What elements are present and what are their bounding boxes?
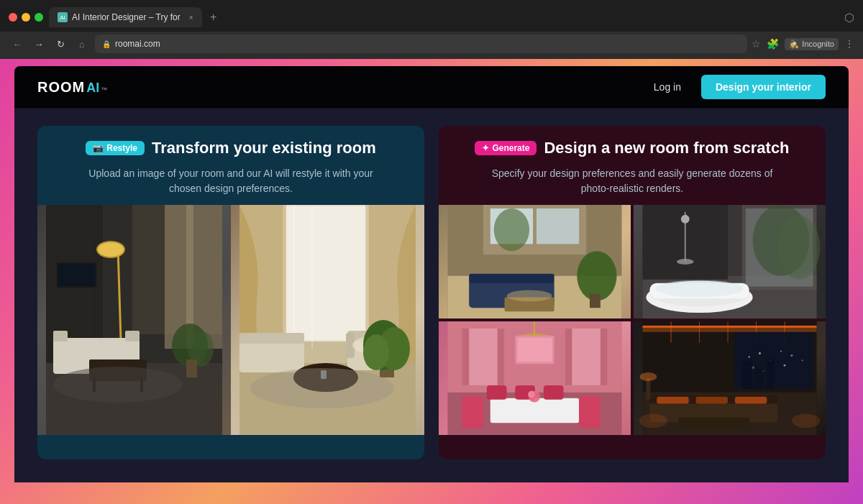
svg-rect-88 (544, 385, 564, 400)
incognito-label: Incognito (802, 40, 834, 48)
svg-point-41 (363, 334, 389, 370)
svg-point-72 (677, 259, 694, 265)
generate-card-header: ✦ Generate Design a new room from scratc… (439, 126, 826, 205)
svg-point-126 (640, 372, 657, 381)
svg-rect-43 (239, 333, 304, 344)
svg-rect-29 (293, 205, 295, 349)
svg-rect-116 (767, 357, 774, 388)
login-button[interactable]: Log in (642, 75, 693, 98)
generate-card[interactable]: ✦ Generate Design a new room from scratc… (439, 126, 826, 459)
svg-rect-93 (517, 338, 552, 362)
bookmark-icon[interactable]: ☆ (752, 38, 761, 50)
svg-rect-14 (125, 331, 140, 342)
traffic-lights (9, 13, 43, 22)
generate-title: Design a new room from scratch (544, 139, 789, 157)
sparkles-icon: ✦ (482, 143, 489, 153)
svg-point-71 (681, 215, 690, 224)
minimize-window-button[interactable] (22, 13, 30, 22)
incognito-icon: 🕵 (789, 40, 799, 49)
gen-image-1 (439, 205, 631, 319)
svg-rect-89 (579, 396, 601, 428)
svg-point-64 (777, 216, 820, 280)
svg-rect-51 (536, 209, 579, 244)
svg-point-110 (802, 359, 803, 361)
generate-images (439, 205, 826, 435)
svg-rect-79 (498, 329, 505, 385)
svg-rect-28 (284, 206, 367, 340)
design-button[interactable]: Design your interior (701, 75, 826, 99)
svg-point-113 (784, 365, 786, 367)
restyle-before-image (37, 205, 231, 435)
svg-point-55 (506, 290, 552, 302)
svg-point-91 (528, 391, 535, 398)
svg-point-58 (494, 209, 529, 251)
generate-badge: ✦ Generate (475, 141, 536, 155)
active-tab[interactable]: AI AI Interior Designer – Try for × (49, 7, 202, 27)
svg-rect-86 (487, 385, 507, 400)
svg-point-106 (759, 352, 761, 354)
svg-point-108 (780, 350, 782, 352)
svg-rect-81 (601, 329, 608, 385)
toolbar-right: ☆ 🧩 🕵 Incognito ⋮ (752, 38, 854, 50)
svg-rect-80 (565, 329, 572, 385)
svg-rect-57 (590, 293, 601, 308)
restyle-subtitle: Upload an image of your room and our AI … (80, 166, 382, 196)
svg-rect-114 (742, 360, 753, 389)
svg-rect-85 (462, 396, 483, 428)
logo-tm: ™ (101, 86, 107, 93)
main-content: 📷 Restyle Transform your existing room U… (14, 109, 849, 482)
restyle-card[interactable]: 📷 Restyle Transform your existing room U… (37, 126, 424, 459)
tab-bar: AI AI Interior Designer – Try for × + (49, 7, 719, 27)
svg-point-124 (792, 413, 821, 428)
svg-rect-13 (53, 331, 68, 342)
home-button[interactable]: ⌂ (73, 35, 91, 52)
generate-subtitle: Specify your design preferences and easi… (481, 166, 783, 196)
restyle-title: Transform your existing room (152, 139, 376, 157)
refresh-button[interactable]: ↻ (52, 35, 69, 52)
extensions-icon[interactable]: 🧩 (767, 38, 779, 50)
tab-label: AI Interior Designer – Try for (72, 12, 181, 22)
svg-point-123 (639, 413, 668, 428)
url-display: roomai.com (115, 39, 160, 49)
address-input[interactable]: 🔒 roomai.com (95, 35, 747, 53)
window-controls-icon: ⬡ (844, 11, 854, 24)
svg-point-109 (790, 354, 793, 357)
svg-rect-53 (469, 274, 554, 283)
camera-icon: 📷 (93, 143, 104, 153)
back-button[interactable]: ← (9, 35, 26, 52)
svg-rect-115 (755, 367, 764, 389)
forward-button[interactable]: → (30, 35, 47, 52)
svg-rect-125 (646, 378, 650, 400)
close-window-button[interactable] (9, 13, 17, 22)
svg-point-56 (577, 251, 616, 301)
navbar-actions: Log in Design your interior (642, 75, 826, 99)
new-tab-button[interactable]: + (205, 9, 222, 26)
restyle-card-header: 📷 Restyle Transform your existing room U… (37, 126, 424, 205)
maximize-window-button[interactable] (35, 13, 43, 22)
logo-room: ROOM (37, 79, 85, 96)
menu-icon[interactable]: ⋮ (844, 38, 854, 50)
gen-image-2 (634, 205, 826, 319)
svg-rect-122 (678, 417, 749, 428)
svg-rect-20 (58, 264, 95, 286)
svg-rect-23 (186, 359, 197, 377)
svg-point-68 (655, 280, 743, 298)
tab-favicon: AI (58, 12, 68, 22)
svg-point-18 (53, 367, 183, 403)
restyle-badge: 📷 Restyle (86, 141, 145, 155)
incognito-badge: 🕵 Incognito (785, 38, 839, 50)
svg-rect-119 (657, 397, 688, 404)
svg-rect-30 (311, 205, 313, 349)
generate-badge-label: Generate (492, 143, 529, 153)
restyle-badge-row: 📷 Restyle Transform your existing room (86, 139, 375, 157)
close-tab-button[interactable]: × (189, 14, 193, 22)
svg-rect-120 (696, 397, 728, 404)
svg-point-46 (250, 368, 394, 408)
gen-image-4 (634, 321, 826, 435)
restyle-images (37, 205, 424, 435)
svg-rect-78 (462, 329, 469, 385)
lock-icon: 🔒 (102, 40, 111, 48)
app-window: ROOM AI ™ Log in Design your interior (14, 66, 849, 482)
svg-rect-42 (239, 340, 304, 372)
restyle-after-image (231, 205, 424, 435)
